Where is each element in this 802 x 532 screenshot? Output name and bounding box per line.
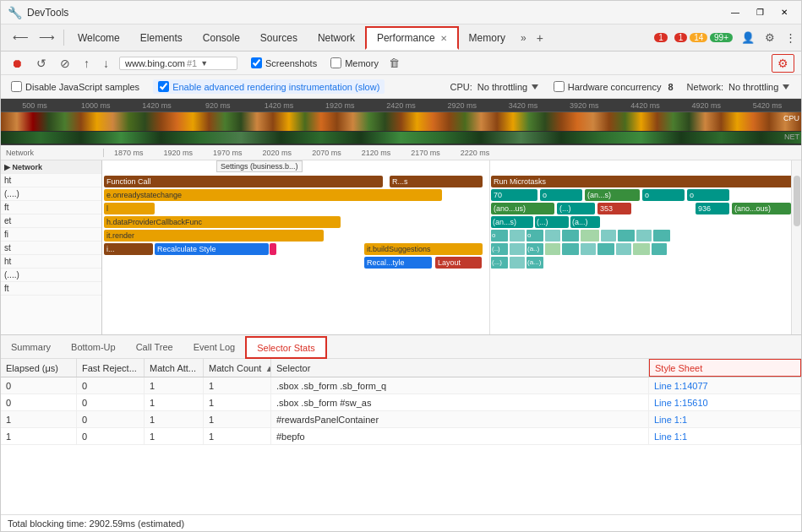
section-divider (489, 160, 490, 334)
cell-elapsed-1: 0 (1, 394, 77, 410)
tab-forward-icon[interactable]: ⟶ (37, 30, 57, 46)
timeline-area[interactable]: 500 ms 1000 ms 1420 ms 920 ms 1420 ms 19… (1, 99, 801, 145)
flame-tick-3: 2020 ms (253, 149, 303, 157)
ruler-tick-10: 4420 ms (614, 101, 675, 110)
tab-bar: ⟵ ⟶ Welcome Elements Console Sources Net… (1, 24, 801, 52)
header-match-count[interactable]: Match Count ▲ (204, 359, 271, 377)
label-ft-2: ft (1, 282, 101, 296)
scrollbar-thumb[interactable] (794, 176, 800, 226)
function-call-bar[interactable]: Function Call (104, 176, 383, 187)
label-parens-1: (....) (1, 187, 101, 201)
cell-style-sheet-1[interactable]: Line 1:15610 (649, 394, 801, 410)
network-throttle-select[interactable]: No throttling (728, 82, 791, 92)
tab-selector-stats[interactable]: Selector Stats (245, 336, 326, 359)
l-bar[interactable]: l (104, 203, 155, 214)
cell-style-sheet-0[interactable]: Line 1:14077 (649, 377, 801, 394)
flame-tick-2: 1970 ms (203, 149, 253, 157)
clear-button[interactable]: ⊘ (57, 55, 74, 72)
minimize-button[interactable]: — (724, 8, 746, 17)
microtask-70[interactable]: 70 (491, 189, 537, 201)
advanced-render-checkbox[interactable] (158, 81, 169, 92)
recalc-style-2-bar[interactable]: Recal...tyle (364, 257, 432, 269)
disable-js-checkbox[interactable] (11, 81, 22, 92)
tab-add-button[interactable]: + (532, 31, 548, 45)
layout-bar[interactable]: Layout (435, 257, 482, 269)
gear-button[interactable]: ⚙ (772, 54, 794, 73)
flame-scrollbar[interactable] (791, 160, 801, 334)
run-microtasks-bar[interactable]: Run Microtasks (491, 176, 791, 187)
microtask-o-3[interactable]: o (687, 189, 729, 201)
ruler-tick-1: 1000 ms (65, 101, 126, 110)
header-fast-reject: Fast Reject... (77, 359, 145, 377)
anoous-bar[interactable]: (ano...ous) (732, 203, 791, 214)
record-button[interactable]: ⏺ (8, 55, 26, 72)
936-bar[interactable]: 936 (696, 203, 729, 214)
row-blocks-3: (..) (a..) (491, 243, 667, 255)
it-render-bar[interactable]: it.render (104, 230, 324, 242)
ruler-tick-2: 1420 ms (126, 101, 187, 110)
parens-bar-1[interactable]: (...) (557, 203, 595, 214)
data-provider-bar[interactable]: h.dataProviderCallbackFunc (104, 216, 341, 228)
tab-network[interactable]: Network (308, 26, 365, 50)
353-bar[interactable]: 353 (597, 203, 631, 214)
cpu-throttle-select[interactable]: No throttling (477, 82, 540, 92)
label-st: st (1, 242, 101, 255)
tab-back-icon[interactable]: ⟵ (11, 30, 30, 46)
advanced-render-label: Enable advanced rendering instrumentatio… (172, 82, 379, 92)
tab-summary[interactable]: Summary (1, 335, 61, 358)
cell-style-sheet-2[interactable]: Line 1:1 (649, 411, 801, 427)
tab-elements[interactable]: Elements (130, 26, 193, 50)
microtask-o-2[interactable]: o (642, 189, 685, 201)
tab-memory[interactable]: Memory (459, 26, 516, 50)
run-bar[interactable]: R...s (390, 176, 483, 187)
disable-js-option[interactable]: Disable JavaScript samples (11, 81, 139, 92)
settings-icon[interactable]: ⚙ (763, 30, 777, 46)
reload-record-button[interactable]: ↺ (33, 55, 50, 72)
tab-sources[interactable]: Sources (250, 26, 308, 50)
ruler-tick-3: 920 ms (188, 101, 248, 110)
network-label: Network: (687, 82, 723, 92)
warning-count-badge: 14 (690, 33, 707, 42)
anous-bar[interactable]: (ano...us) (491, 203, 554, 214)
stats-table-header: Elapsed (μs) Fast Reject... Match Att...… (1, 359, 801, 377)
cell-selector-0: .sbox .sb_form .sb_form_q (271, 377, 649, 394)
flame-ruler: Network 1870 ms 1920 ms 1970 ms 2020 ms … (1, 145, 801, 160)
hardware-checkbox[interactable] (554, 81, 565, 92)
restore-button[interactable]: ❐ (750, 8, 771, 17)
flame-chart-main[interactable]: Settings (business.b...) Function Call R… (102, 160, 791, 334)
tab-performance[interactable]: Performance ✕ (365, 26, 459, 50)
error-badge: 1 (654, 33, 668, 42)
tab-call-tree[interactable]: Call Tree (126, 335, 183, 358)
cell-style-sheet-3[interactable]: Line 1:1 (649, 428, 801, 444)
microtask-ans[interactable]: (an...s) (585, 189, 640, 201)
memory-checkbox[interactable] (330, 57, 341, 68)
hardware-value: 8 (668, 82, 673, 92)
screenshots-checkbox[interactable] (251, 57, 262, 68)
tab-event-log[interactable]: Event Log (183, 335, 246, 358)
advanced-render-option[interactable]: Enable advanced rendering instrumentatio… (153, 79, 385, 94)
sort-arrow: ▲ (265, 363, 271, 373)
more-options-icon[interactable]: ⋮ (783, 30, 798, 46)
screenshots-label: Screenshots (265, 58, 317, 68)
network-section-label: Network (3, 149, 34, 157)
i-bar[interactable]: i... (104, 243, 153, 255)
recalculate-style-bar[interactable]: Recalculate Style (155, 243, 269, 255)
tab-performance-close[interactable]: ✕ (440, 34, 447, 43)
options-right: CPU: No throttling Hardware concurrency … (450, 81, 791, 92)
download-button[interactable]: ↓ (100, 55, 112, 72)
memory-checkbox-group: Memory (330, 57, 379, 68)
ruler-tick-9: 3920 ms (554, 101, 614, 110)
upload-button[interactable]: ↑ (80, 55, 93, 72)
close-button[interactable]: ✕ (774, 8, 794, 17)
build-suggestions-bar[interactable]: it.buildSuggestions (364, 243, 483, 255)
info-count-badge: 99+ (710, 33, 733, 42)
ruler-tick-12: 5420 ms (737, 101, 798, 110)
microtask-o-1[interactable]: o (540, 189, 582, 201)
onreadystatechange-bar[interactable]: e.onreadystatechange (104, 189, 442, 201)
tab-welcome[interactable]: Welcome (68, 26, 130, 50)
tab-console[interactable]: Console (193, 26, 250, 50)
tab-more-button[interactable]: » (516, 32, 532, 44)
tab-bottom-up[interactable]: Bottom-Up (61, 335, 126, 358)
share-icon[interactable]: 👤 (739, 30, 756, 46)
trash-button[interactable]: 🗑 (385, 55, 403, 71)
